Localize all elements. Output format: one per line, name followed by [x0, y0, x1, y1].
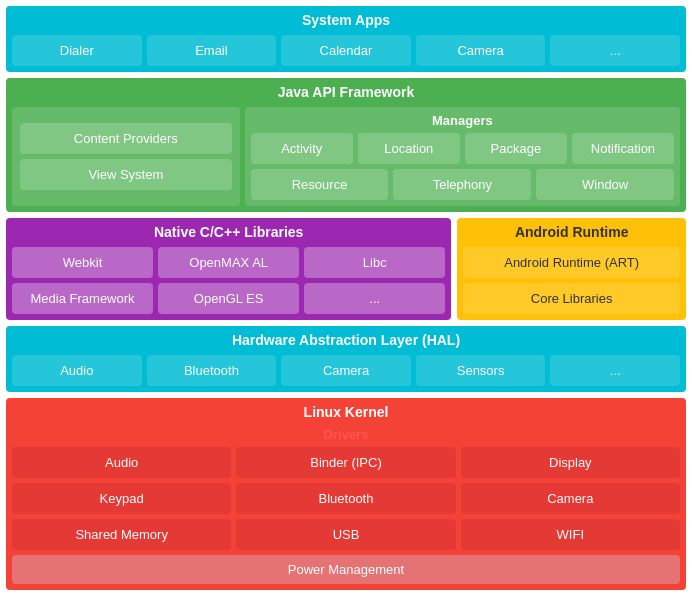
window-cell: Window [536, 169, 674, 200]
native-title: Native C/C++ Libraries [12, 224, 445, 240]
telephony-cell: Telephony [393, 169, 531, 200]
system-apps-cell-0: Dialer [12, 35, 142, 66]
display-cell: Display [461, 447, 680, 478]
opengl-cell: OpenGL ES [158, 283, 299, 314]
native-row1: Webkit OpenMAX AL Libc [12, 247, 445, 278]
linux-camera-cell: Camera [461, 483, 680, 514]
middle-section: Native C/C++ Libraries Webkit OpenMAX AL… [6, 218, 686, 320]
hal-audio-cell: Audio [12, 355, 142, 386]
linux-kernel-title: Linux Kernel [12, 404, 680, 420]
openmax-cell: OpenMAX AL [158, 247, 299, 278]
content-providers-cell: Content Providers [20, 123, 232, 154]
hal-bluetooth-cell: Bluetooth [147, 355, 277, 386]
hal-camera-cell: Camera [281, 355, 411, 386]
hal-layer: Hardware Abstraction Layer (HAL) Audio B… [6, 326, 686, 392]
system-apps-cell-1: Email [147, 35, 277, 66]
drivers-title: Drivers [12, 427, 680, 442]
binder-ipc-cell: Binder (IPC) [236, 447, 455, 478]
android-runtime-title: Android Runtime [463, 224, 680, 240]
view-system-cell: View System [20, 159, 232, 190]
art-cell: Android Runtime (ART) [463, 247, 680, 278]
power-mgmt-cell: Power Management [12, 555, 680, 584]
wifi-cell: WIFI [461, 519, 680, 550]
hal-title: Hardware Abstraction Layer (HAL) [12, 332, 680, 348]
linux-kernel-layer: Linux Kernel Drivers Audio Binder (IPC) … [6, 398, 686, 590]
managers-box: Managers Activity Location Package Notif… [245, 107, 680, 206]
shared-memory-cell: Shared Memory [12, 519, 231, 550]
system-apps-layer: System Apps DialerEmailCalendarCamera... [6, 6, 686, 72]
resource-cell: Resource [251, 169, 389, 200]
native-layer: Native C/C++ Libraries Webkit OpenMAX AL… [6, 218, 451, 320]
hal-row: Audio Bluetooth Camera Sensors ... [12, 355, 680, 386]
managers-row1: Activity Location Package Notification [251, 133, 674, 164]
notification-cell: Notification [572, 133, 674, 164]
system-apps-row: DialerEmailCalendarCamera... [12, 35, 680, 66]
libc-cell: Libc [304, 247, 445, 278]
keypad-cell: Keypad [12, 483, 231, 514]
activity-cell: Activity [251, 133, 353, 164]
java-api-layer: Java API Framework Content Providers Vie… [6, 78, 686, 212]
android-architecture-diagram: System Apps DialerEmailCalendarCamera...… [0, 0, 692, 596]
managers-title: Managers [251, 113, 674, 128]
android-runtime-layer: Android Runtime Android Runtime (ART) Co… [457, 218, 686, 320]
native-row2: Media Framework OpenGL ES ... [12, 283, 445, 314]
linux-row2: Keypad Bluetooth Camera [12, 483, 680, 514]
system-apps-cell-3: Camera [416, 35, 546, 66]
location-cell: Location [358, 133, 460, 164]
usb-cell: USB [236, 519, 455, 550]
hal-sensors-cell: Sensors [416, 355, 546, 386]
linux-row3: Shared Memory USB WIFI [12, 519, 680, 550]
package-cell: Package [465, 133, 567, 164]
core-libraries-cell: Core Libraries [463, 283, 680, 314]
linux-bluetooth-cell: Bluetooth [236, 483, 455, 514]
linux-row1: Audio Binder (IPC) Display [12, 447, 680, 478]
linux-audio-cell: Audio [12, 447, 231, 478]
java-api-main-row: Content Providers View System Managers A… [12, 107, 680, 206]
java-api-title: Java API Framework [12, 84, 680, 100]
media-framework-cell: Media Framework [12, 283, 153, 314]
system-apps-cell-2: Calendar [281, 35, 411, 66]
system-apps-title: System Apps [12, 12, 680, 28]
system-apps-cell-4: ... [550, 35, 680, 66]
native-ellipsis-cell: ... [304, 283, 445, 314]
hal-ellipsis-cell: ... [550, 355, 680, 386]
managers-row2: Resource Telephony Window [251, 169, 674, 200]
webkit-cell: Webkit [12, 247, 153, 278]
content-providers-box: Content Providers View System [12, 107, 240, 206]
